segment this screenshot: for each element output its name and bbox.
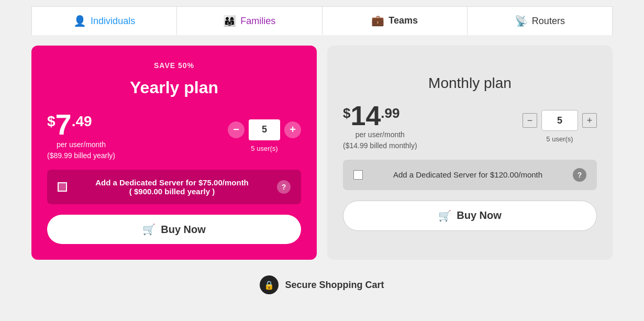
yearly-price-note: per user/month ($89.99 billed yearly) [47,139,115,161]
monthly-dollar-sign: $ [343,105,350,121]
monthly-plan-card: Monthly plan $ 14 .99 per user/month ($1… [327,46,613,260]
monthly-plan-title: Monthly plan [343,75,597,92]
yearly-dedicated-text: Add a Dedicated Server for $75.00/month … [73,178,271,196]
yearly-dollar-sign: $ [47,113,55,130]
yearly-price-cents: .49 [72,113,92,130]
monthly-price-row: $ 14 .99 per user/month ($14.99 billed m… [343,102,597,151]
monthly-price-note-line2: ($14.99 billed monthly) [343,140,417,151]
tab-families[interactable]: 👨‍👩‍👧 Families [176,6,321,35]
monthly-price-main: 14 [350,102,381,129]
monthly-buy-label: Buy Now [457,209,502,222]
yearly-price-row: $ 7 .49 per user/month ($89.99 billed ye… [47,110,301,161]
yearly-price-note-line1: per user/month [47,139,115,150]
monthly-cart-icon: 🛒 [438,209,451,222]
monthly-dedicated-text: Add a Dedicated Server for $120.00/month [369,170,567,179]
tab-individuals[interactable]: 👤 Individuals [31,6,176,35]
yearly-quantity-row: − + [228,119,301,140]
teams-icon: 💼 [371,14,384,27]
yearly-price-display: $ 7 .49 [47,110,115,139]
monthly-quantity-row: − + [523,110,597,131]
yearly-price-section: $ 7 .49 per user/month ($89.99 billed ye… [47,110,115,161]
yearly-plan-title: Yearly plan [47,78,301,97]
tab-individuals-label: Individuals [91,16,135,27]
routers-icon: 📡 [515,15,528,27]
monthly-price-cents: .99 [381,105,399,121]
footer: 🔒 Secure Shopping Cart [0,270,644,294]
monthly-quantity-label: 5 user(s) [546,135,573,143]
tab-routers-label: Routers [532,16,565,27]
yearly-quantity-input[interactable] [249,119,280,140]
tab-routers[interactable]: 📡 Routers [467,6,613,35]
monthly-increase-button[interactable]: + [582,113,597,128]
yearly-dedicated-checkbox[interactable] [58,182,67,192]
monthly-price-note: per user/month ($14.99 billed monthly) [343,129,417,151]
monthly-buy-button[interactable]: 🛒 Buy Now [343,201,597,231]
tabs-container: 👤 Individuals 👨‍👩‍👧 Families 💼 Teams 📡 R… [0,0,644,35]
yearly-dedicated-server: Add a Dedicated Server for $75.00/month … [47,170,301,204]
yearly-buy-label: Buy Now [161,224,206,236]
yearly-cart-icon: 🛒 [142,223,156,236]
families-icon: 👨‍👩‍👧 [223,15,236,27]
monthly-dedicated-checkbox[interactable] [353,170,363,180]
yearly-quantity-label: 5 user(s) [251,145,277,152]
monthly-dedicated-server: Add a Dedicated Server for $120.00/month… [343,160,597,190]
individuals-icon: 👤 [73,15,86,27]
yearly-plan-card: SAVE 50% Yearly plan $ 7 .49 per user/mo… [31,46,317,260]
yearly-dedicated-line1: Add a Dedicated Server for $75.00/month [73,178,271,187]
monthly-quantity-control: − + 5 user(s) [523,110,597,143]
monthly-quantity-input[interactable] [541,110,578,131]
save-badge: SAVE 50% [47,61,301,70]
yearly-dedicated-line2: ( $900.00 billed yearly ) [73,187,271,196]
yearly-increase-button[interactable]: + [284,121,301,138]
yearly-help-button[interactable]: ? [277,180,291,194]
yearly-price-note-line2: ($89.99 billed yearly) [47,150,115,161]
monthly-price-display: $ 14 .99 [343,102,417,129]
yearly-buy-button[interactable]: 🛒 Buy Now [47,215,301,244]
monthly-help-button[interactable]: ? [573,168,586,182]
tab-teams-label: Teams [388,15,418,26]
monthly-price-note-line1: per user/month [343,129,417,140]
lock-icon: 🔒 [260,275,279,294]
main-content: SAVE 50% Yearly plan $ 7 .49 per user/mo… [0,35,644,270]
yearly-decrease-button[interactable]: − [228,121,245,138]
footer-text: Secure Shopping Cart [285,280,384,291]
monthly-decrease-button[interactable]: − [523,113,537,128]
yearly-price-main: 7 [55,110,72,139]
tab-families-label: Families [240,16,275,27]
tab-teams[interactable]: 💼 Teams [322,6,467,35]
yearly-quantity-control: − + 5 user(s) [228,119,301,152]
monthly-price-section: $ 14 .99 per user/month ($14.99 billed m… [343,102,417,151]
